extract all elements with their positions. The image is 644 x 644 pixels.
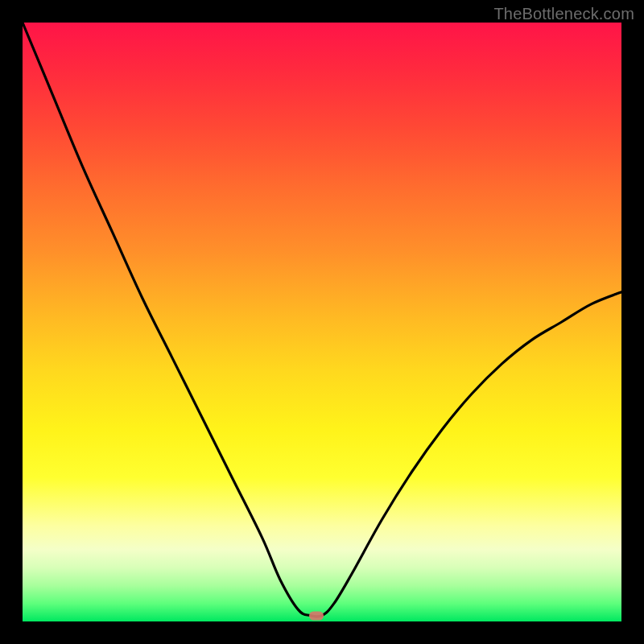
chart-plot-area	[23, 23, 621, 621]
optimal-point-marker	[309, 611, 324, 620]
chart-frame: TheBottleneck.com	[0, 0, 644, 644]
watermark-text: TheBottleneck.com	[493, 5, 634, 23]
bottleneck-curve	[23, 23, 621, 621]
